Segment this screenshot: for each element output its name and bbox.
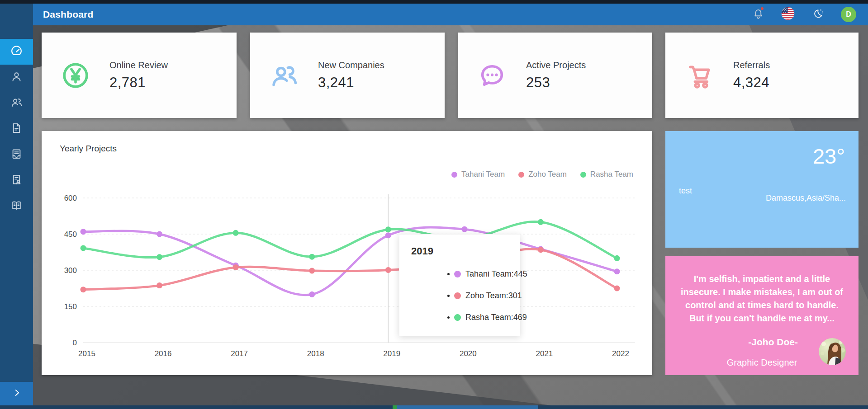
data-point-tahani-team-2022[interactable] bbox=[614, 268, 620, 274]
quote-text: I'm selfish, impatient and a little inse… bbox=[677, 273, 847, 325]
x-axis-tick: 2016 bbox=[155, 349, 172, 358]
data-point-rasha-team-2016[interactable] bbox=[157, 254, 162, 260]
chat-dots-icon bbox=[458, 61, 526, 90]
stat-card-active-projects: Active Projects253 bbox=[458, 33, 652, 118]
data-point-tahani-team-2016[interactable] bbox=[157, 231, 162, 237]
sidebar-item-contacts[interactable] bbox=[0, 168, 33, 193]
series-dot-icon bbox=[454, 292, 461, 299]
document-icon bbox=[10, 122, 23, 136]
language-button[interactable] bbox=[781, 8, 795, 21]
us-flag-icon bbox=[781, 7, 795, 22]
weather-widget: 23° test Damascus,Asia/Sha... bbox=[665, 131, 859, 248]
data-point-rasha-team-2021[interactable] bbox=[538, 219, 544, 225]
data-point-rasha-team-2015[interactable] bbox=[81, 245, 86, 251]
chart-title: Yearly Projects bbox=[60, 144, 117, 154]
tooltip-year: 2019 bbox=[411, 245, 520, 257]
sidebar-item-dashboard[interactable] bbox=[0, 39, 33, 65]
quote-author-photo bbox=[819, 338, 846, 365]
weather-name: test bbox=[679, 186, 692, 196]
stat-label: New Companies bbox=[318, 60, 384, 71]
notification-badge bbox=[760, 6, 764, 11]
sidebar-item-documents[interactable] bbox=[0, 116, 33, 142]
stat-value: 3,241 bbox=[318, 75, 384, 91]
y-axis-tick: 600 bbox=[64, 194, 77, 202]
app-header: Dashboard D bbox=[33, 4, 868, 25]
x-axis-tick: 2021 bbox=[536, 349, 553, 358]
window-bottom-edge bbox=[0, 405, 868, 409]
user-avatar[interactable]: D bbox=[841, 7, 856, 22]
data-point-tahani-team-2019[interactable] bbox=[385, 232, 391, 238]
users-icon bbox=[10, 96, 23, 110]
stat-value: 253 bbox=[526, 75, 586, 91]
data-point-tahani-team-2015[interactable] bbox=[81, 229, 86, 235]
book-icon bbox=[10, 199, 23, 213]
taskbar-segment bbox=[393, 405, 397, 409]
series-line-zoho-team bbox=[83, 249, 617, 290]
legend-item-tahani-team[interactable]: Tahani Team bbox=[451, 170, 505, 179]
tooltip-value: Rasha Team:469 bbox=[465, 313, 527, 322]
legend-item-zoho-team[interactable]: Zoho Team bbox=[518, 170, 567, 179]
quote-widget: I'm selfish, impatient and a little inse… bbox=[665, 256, 859, 375]
data-point-rasha-team-2019[interactable] bbox=[385, 226, 391, 232]
document-user-icon bbox=[10, 174, 23, 188]
legend-item-rasha-team[interactable]: Rasha Team bbox=[580, 170, 633, 179]
x-axis-tick: 2019 bbox=[383, 349, 400, 358]
data-point-rasha-team-2017[interactable] bbox=[233, 230, 239, 236]
series-dot-icon bbox=[454, 271, 461, 277]
bullet-icon bbox=[447, 316, 450, 319]
stat-label: Referrals bbox=[733, 60, 770, 71]
y-axis-tick: 150 bbox=[64, 302, 77, 311]
x-axis-tick: 2020 bbox=[460, 349, 477, 358]
window-top-edge bbox=[0, 0, 868, 4]
stat-text: Referrals4,324 bbox=[733, 60, 770, 91]
cart-icon bbox=[665, 61, 733, 90]
notifications-button[interactable] bbox=[751, 8, 765, 21]
series-dot-icon bbox=[454, 314, 461, 321]
legend-label: Rasha Team bbox=[590, 170, 633, 179]
page-title: Dashboard bbox=[43, 9, 94, 20]
data-point-tahani-team-2020[interactable] bbox=[461, 226, 467, 232]
y-axis-tick: 0 bbox=[73, 338, 77, 347]
chevron-right-icon bbox=[12, 388, 22, 400]
data-point-zoho-team-2022[interactable] bbox=[614, 286, 620, 291]
sidebar-expand-button[interactable] bbox=[0, 382, 33, 405]
series-line-rasha-team bbox=[83, 221, 617, 258]
stat-card-referrals: Referrals4,324 bbox=[665, 33, 859, 118]
header-actions: D bbox=[751, 7, 856, 22]
data-point-zoho-team-2021[interactable] bbox=[538, 247, 544, 253]
dark-mode-toggle[interactable] bbox=[811, 8, 825, 21]
tooltip-row: Zoho Team:301 bbox=[411, 291, 520, 301]
stat-card-new-companies: New Companies3,241 bbox=[250, 33, 445, 118]
data-point-zoho-team-2018[interactable] bbox=[309, 268, 315, 274]
moon-stars-icon bbox=[811, 7, 824, 22]
stat-value: 4,324 bbox=[733, 75, 770, 91]
x-axis-tick: 2017 bbox=[231, 349, 248, 358]
data-point-zoho-team-2017[interactable] bbox=[233, 264, 239, 270]
y-axis-tick: 450 bbox=[64, 230, 77, 239]
stat-card-online-review: Online Review2,781 bbox=[42, 33, 237, 118]
data-point-zoho-team-2016[interactable] bbox=[157, 282, 162, 288]
sidebar-item-profile[interactable] bbox=[0, 65, 33, 90]
stat-value: 2,781 bbox=[109, 75, 168, 91]
legend-dot bbox=[518, 172, 524, 178]
stat-text: Online Review2,781 bbox=[109, 60, 168, 91]
users-icon bbox=[250, 61, 318, 90]
user-icon bbox=[10, 71, 23, 85]
chart-tooltip: 2019 Tahani Team:445Zoho Team:301Rasha T… bbox=[399, 234, 520, 336]
data-point-rasha-team-2022[interactable] bbox=[614, 255, 620, 261]
sidebar-item-records[interactable] bbox=[0, 142, 33, 168]
legend-label: Zoho Team bbox=[528, 170, 567, 179]
data-point-zoho-team-2015[interactable] bbox=[81, 287, 86, 292]
inbox-document-icon bbox=[10, 148, 23, 162]
legend-label: Tahani Team bbox=[461, 170, 505, 179]
yearly-projects-card: Yearly Projects Tahani TeamZoho TeamRash… bbox=[42, 131, 652, 375]
data-point-rasha-team-2018[interactable] bbox=[309, 254, 315, 260]
sidebar-item-library[interactable] bbox=[0, 193, 33, 219]
tooltip-value: Tahani Team:445 bbox=[465, 269, 527, 279]
weather-location: Damascus,Asia/Sha... bbox=[766, 193, 846, 203]
data-point-zoho-team-2019[interactable] bbox=[385, 267, 391, 273]
legend-dot bbox=[451, 172, 457, 178]
sidebar-item-teams[interactable] bbox=[0, 90, 33, 116]
stat-label: Active Projects bbox=[526, 60, 586, 71]
data-point-tahani-team-2018[interactable] bbox=[309, 291, 315, 297]
